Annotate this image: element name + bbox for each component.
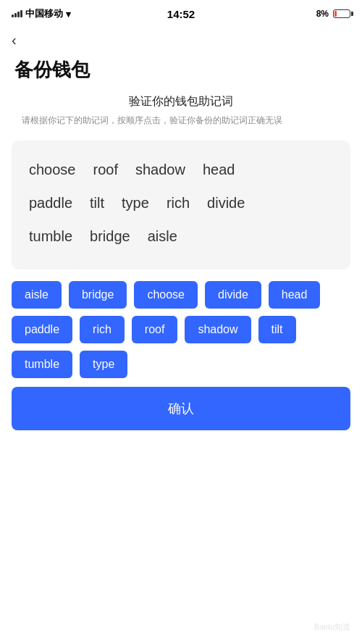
display-word: roof xyxy=(93,155,118,184)
display-rows: chooseroofshadowheadpaddletilttyperichdi… xyxy=(29,155,333,251)
word-chip[interactable]: type xyxy=(80,351,127,378)
clock: 14:52 xyxy=(167,8,195,20)
word-chip[interactable]: tilt xyxy=(258,316,296,343)
word-chip[interactable]: aisle xyxy=(12,281,62,309)
display-word-row: tumblebridgeaisle xyxy=(29,222,333,251)
subtitle-section: 验证你的钱包助记词 请根据你记下的助记词，按顺序点击，验证你备份的助记词正确无误 xyxy=(0,94,362,132)
subtitle-desc: 请根据你记下的助记词，按顺序点击，验证你备份的助记词正确无误 xyxy=(14,114,348,127)
word-chip[interactable]: rich xyxy=(80,316,125,343)
page-title: 备份钱包 xyxy=(0,51,362,94)
status-right: 8% xyxy=(316,9,350,19)
word-chip[interactable]: head xyxy=(269,281,321,309)
back-button[interactable]: ‹ xyxy=(0,25,28,51)
display-word: paddle xyxy=(29,188,72,217)
wifi-icon: ▾ xyxy=(66,9,71,20)
display-word: tilt xyxy=(90,188,104,217)
display-word: tumble xyxy=(29,222,72,251)
status-bar: 中国移动 ▾ 14:52 8% xyxy=(0,0,362,25)
word-chip[interactable]: tumble xyxy=(12,351,72,378)
confirm-button[interactable]: 确认 xyxy=(12,387,350,430)
display-word: bridge xyxy=(90,222,130,251)
battery-pct: 8% xyxy=(316,9,329,19)
word-chip[interactable]: paddle xyxy=(12,316,72,343)
carrier-label: 中国移动 xyxy=(25,7,63,20)
word-display-box: chooseroofshadowheadpaddletilttyperichdi… xyxy=(12,141,350,269)
display-word-row: chooseroofshadowhead xyxy=(29,155,333,184)
display-word: rich xyxy=(167,188,190,217)
word-chip[interactable]: divide xyxy=(205,281,261,309)
chips-area: aislebridgechoosedivideheadpaddlerichroo… xyxy=(12,281,350,378)
signal-icon xyxy=(12,10,22,17)
display-word: choose xyxy=(29,155,76,184)
status-left: 中国移动 ▾ xyxy=(12,7,71,20)
word-chip[interactable]: bridge xyxy=(69,281,127,309)
watermark: Baidu知道 xyxy=(314,622,350,632)
display-word: aisle xyxy=(148,222,177,251)
display-word: shadow xyxy=(135,155,185,184)
word-chip[interactable]: choose xyxy=(134,281,198,309)
battery-icon xyxy=(333,9,350,18)
word-chip[interactable]: shadow xyxy=(185,316,251,343)
word-chip[interactable]: roof xyxy=(132,316,178,343)
subtitle-main: 验证你的钱包助记词 xyxy=(14,94,348,109)
display-word-row: paddletilttyperichdivide xyxy=(29,188,333,217)
display-word: type xyxy=(122,188,149,217)
display-word: divide xyxy=(207,188,245,217)
display-word: head xyxy=(203,155,235,184)
